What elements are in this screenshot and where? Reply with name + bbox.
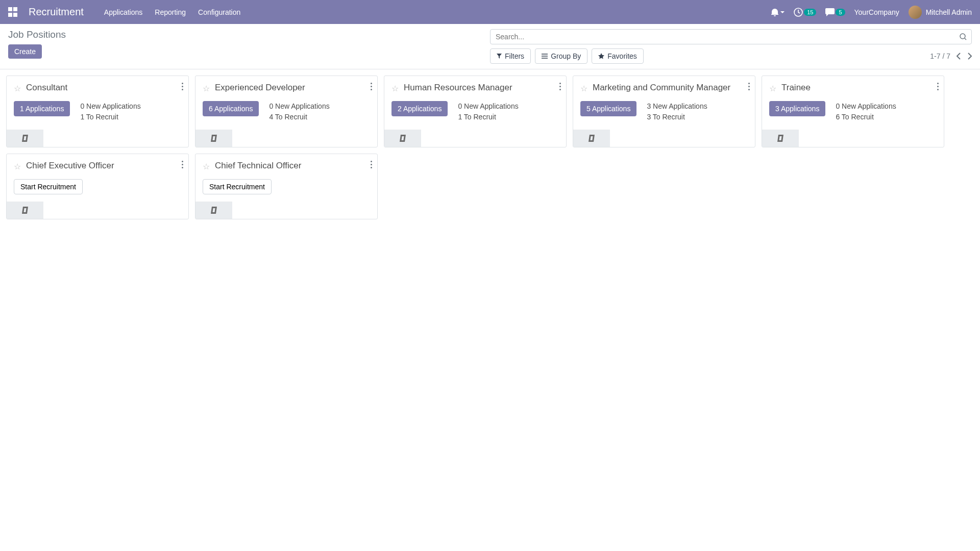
applications-button[interactable]: 3 Applications [769, 101, 825, 116]
kebab-icon[interactable] [559, 81, 561, 92]
kebab-icon[interactable] [182, 159, 183, 170]
filters-button[interactable]: Filters [490, 48, 531, 64]
card-title: Marketing and Community Manager [593, 82, 748, 94]
pager-range[interactable]: 1-7 / 7 [930, 52, 950, 60]
discuss-button[interactable]: 5 [825, 8, 845, 16]
kebab-icon[interactable] [748, 81, 750, 92]
funnel-icon [497, 54, 502, 59]
star-outline-icon[interactable]: ☆ [769, 84, 776, 93]
company-switcher[interactable]: YourCompany [854, 8, 899, 16]
chevron-left-icon [957, 53, 961, 60]
avatar [909, 6, 922, 19]
star-outline-icon[interactable]: ☆ [203, 162, 210, 171]
star-outline-icon[interactable]: ☆ [203, 84, 210, 93]
company-chip[interactable] [384, 130, 421, 147]
applications-button[interactable]: 6 Applications [203, 101, 259, 116]
star-outline-icon[interactable]: ☆ [14, 84, 21, 93]
applications-button[interactable]: 5 Applications [580, 101, 636, 116]
kanban-card[interactable]: ☆Trainee3 Applications0 New Applications… [762, 76, 944, 147]
card-title: Trainee [781, 82, 937, 94]
new-apps-text: 3 New Applications [647, 101, 707, 112]
kanban-card[interactable]: ☆Experienced Developer6 Applications0 Ne… [195, 76, 378, 147]
applications-button[interactable]: 1 Applications [14, 101, 70, 116]
group-by-label: Group By [551, 52, 581, 60]
navbar-right: 15 5 YourCompany Mitchell Admin [771, 6, 972, 19]
card-head: ☆Chief Executive Officer [14, 160, 181, 172]
applications-button[interactable]: 2 Applications [391, 101, 448, 116]
nav-configuration[interactable]: Configuration [198, 8, 240, 16]
search-icon[interactable] [960, 33, 967, 40]
card-row: 5 Applications3 New Applications3 To Rec… [580, 101, 748, 122]
card-body: ☆Chief Technical OfficerStart Recruitmen… [195, 154, 377, 202]
search-input[interactable] [490, 29, 972, 44]
page-title: Job Positions [8, 29, 490, 40]
kebab-icon[interactable] [371, 81, 372, 92]
nav-applications[interactable]: Applications [104, 8, 143, 16]
card-footer [195, 202, 377, 219]
company-chip[interactable] [7, 130, 43, 147]
card-row: 1 Applications0 New Applications1 To Rec… [14, 101, 181, 122]
to-recruit-text: 3 To Recruit [647, 112, 707, 122]
company-chip[interactable] [195, 202, 232, 219]
company-icon [22, 135, 28, 142]
company-icon [211, 207, 217, 214]
activity-badge: 15 [804, 9, 816, 16]
start-recruitment-button[interactable]: Start Recruitment [203, 179, 272, 194]
kanban-card[interactable]: ☆Chief Executive OfficerStart Recruitmen… [6, 154, 189, 219]
card-body: ☆Marketing and Community Manager5 Applic… [573, 76, 755, 130]
chat-icon [825, 8, 835, 16]
app-title[interactable]: Recruitment [29, 6, 84, 18]
card-row: 3 Applications0 New Applications6 To Rec… [769, 101, 937, 122]
star-outline-icon[interactable]: ☆ [580, 84, 587, 93]
start-recruitment-button[interactable]: Start Recruitment [14, 179, 83, 194]
kebab-icon[interactable] [937, 81, 939, 92]
new-apps-text: 0 New Applications [458, 101, 518, 112]
kebab-icon[interactable] [371, 159, 372, 170]
card-row: Start Recruitment [203, 179, 370, 194]
company-icon [22, 207, 28, 214]
to-recruit-text: 4 To Recruit [269, 112, 329, 122]
kebab-icon[interactable] [182, 81, 183, 92]
apps-icon[interactable] [8, 7, 18, 17]
company-chip[interactable] [573, 130, 610, 147]
control-panel: Job Positions Create Filters Group By [0, 24, 980, 69]
pager-prev[interactable] [957, 53, 961, 60]
card-head: ☆Experienced Developer [203, 82, 370, 94]
new-apps-text: 0 New Applications [836, 101, 896, 112]
favorites-button[interactable]: Favorites [592, 48, 644, 64]
star-outline-icon[interactable]: ☆ [391, 84, 399, 93]
user-menu[interactable]: Mitchell Admin [909, 6, 972, 19]
group-by-button[interactable]: Group By [535, 48, 587, 64]
card-row: Start Recruitment [14, 179, 181, 194]
pager: 1-7 / 7 [930, 52, 972, 60]
company-icon [777, 135, 783, 142]
activity-button[interactable]: 15 [794, 8, 816, 17]
notifications-dropdown[interactable] [771, 8, 785, 16]
nav-reporting[interactable]: Reporting [155, 8, 186, 16]
favorites-label: Favorites [607, 52, 637, 60]
company-chip[interactable] [762, 130, 799, 147]
kanban-card[interactable]: ☆Consultant1 Applications0 New Applicati… [6, 76, 189, 147]
caret-down-icon [780, 11, 785, 13]
kanban-card[interactable]: ☆Human Resources Manager2 Applications0 … [384, 76, 567, 147]
pager-next[interactable] [967, 53, 972, 60]
card-body: ☆Experienced Developer6 Applications0 Ne… [195, 76, 377, 130]
kanban-card[interactable]: ☆Marketing and Community Manager5 Applic… [573, 76, 755, 147]
card-footer [7, 130, 188, 147]
company-chip[interactable] [195, 130, 232, 147]
card-title: Experienced Developer [215, 82, 370, 94]
chevron-right-icon [967, 53, 972, 60]
filters-label: Filters [505, 52, 524, 60]
kanban-card[interactable]: ☆Chief Technical OfficerStart Recruitmen… [195, 154, 378, 219]
card-head: ☆Trainee [769, 82, 937, 94]
new-apps-text: 0 New Applications [80, 101, 140, 112]
star-outline-icon[interactable]: ☆ [14, 162, 21, 171]
navbar-left: Recruitment Applications Reporting Confi… [8, 6, 240, 18]
card-title: Chief Executive Officer [26, 160, 181, 172]
company-chip[interactable] [7, 202, 43, 219]
card-body: ☆Trainee3 Applications0 New Applications… [762, 76, 944, 130]
star-icon [598, 53, 604, 59]
create-button[interactable]: Create [8, 44, 42, 59]
card-title: Human Resources Manager [404, 82, 559, 94]
card-head: ☆Marketing and Community Manager [580, 82, 748, 94]
